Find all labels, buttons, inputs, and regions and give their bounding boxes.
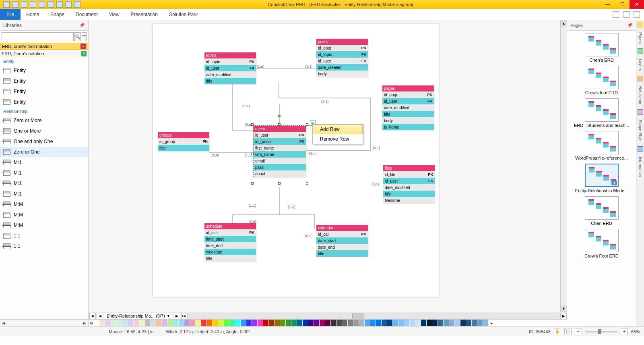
entity-row[interactable]: date_modified [383, 184, 435, 191]
color-swatch[interactable] [342, 320, 348, 326]
color-swatch[interactable] [353, 320, 359, 326]
color-swatch[interactable] [410, 320, 415, 326]
entity-row[interactable]: date_modified [204, 71, 256, 78]
entity-row[interactable]: date_end [316, 244, 368, 250]
library-relationship-item[interactable]: M:1 [0, 157, 88, 168]
entity-row[interactable]: id_postPK [316, 45, 368, 51]
entity-row[interactable]: id_userFK [383, 178, 435, 184]
entity-row[interactable]: weekday [204, 249, 256, 255]
color-swatch[interactable] [387, 320, 393, 326]
color-swatch[interactable] [235, 320, 241, 326]
minimize-button[interactable]: — [601, 0, 615, 9]
entity-row[interactable]: body [382, 117, 434, 124]
page-prev-button[interactable]: ◀ [97, 313, 103, 319]
open-library-chen[interactable]: ERD, Chen's notation × [0, 50, 88, 57]
entity-row[interactable]: id_schPK [204, 229, 256, 236]
tab-view[interactable]: View [103, 12, 125, 17]
color-swatch[interactable] [444, 320, 449, 326]
color-swatch[interactable] [303, 320, 308, 326]
qat-redo-icon[interactable] [39, 1, 45, 8]
color-swatch[interactable] [483, 320, 489, 326]
color-swatch[interactable] [167, 320, 173, 326]
qat-save-icon[interactable] [3, 1, 10, 8]
qat-page-icon[interactable] [65, 1, 72, 8]
color-swatch[interactable] [173, 320, 179, 326]
page-thumbnail[interactable]: Crow's foot ERD [570, 66, 634, 95]
zoom-in-button[interactable]: + [621, 328, 628, 335]
color-swatch[interactable] [151, 320, 156, 326]
color-swatch[interactable] [466, 320, 472, 326]
scroll-down-icon[interactable]: ▼ [561, 306, 567, 312]
library-relationship-item[interactable]: Zero or One [0, 147, 88, 157]
color-swatch[interactable] [336, 320, 342, 326]
library-relationship-item[interactable]: Zero or More [0, 115, 88, 126]
tab-shape[interactable]: Shape [45, 12, 70, 17]
library-relationship-item[interactable]: M:1 [0, 178, 88, 189]
tab-solution-park[interactable]: Solution Park [163, 12, 203, 17]
entity-row[interactable]: title [204, 78, 256, 84]
color-swatch[interactable] [190, 320, 196, 326]
color-swatch[interactable] [472, 320, 477, 326]
menu-add-row[interactable]: Add Row [313, 125, 363, 134]
page-thumbnail[interactable]: Crow's Foot ERD [570, 229, 634, 258]
library-entity-item[interactable]: Entity [0, 76, 88, 86]
entity-row[interactable]: time_end [204, 242, 256, 249]
library-entity-item[interactable]: Entity [0, 65, 88, 76]
color-swatch[interactable] [382, 320, 387, 326]
color-swatch[interactable] [297, 320, 303, 326]
scroll-track[interactable] [7, 320, 81, 326]
pin-icon[interactable]: 📌 [79, 23, 85, 28]
color-swatch[interactable] [438, 320, 444, 326]
sidetab-behaviour[interactable]: Behaviour [638, 84, 642, 107]
thumb-dropdown-icon[interactable]: ▼ [612, 181, 617, 185]
open-library-crowsfoot[interactable]: ERD, crow's foot notation × [0, 43, 88, 50]
color-swatch[interactable] [105, 320, 111, 326]
library-relationship-item[interactable]: One and only One [0, 136, 88, 147]
sidetab-pages[interactable]: Pages [638, 30, 642, 46]
qat-new-icon[interactable] [12, 1, 19, 8]
color-swatch[interactable] [252, 320, 258, 326]
color-swatch[interactable] [184, 320, 190, 326]
maximize-button[interactable]: ☐ [615, 0, 630, 9]
entity-row[interactable]: id_calPK [316, 231, 368, 237]
color-swatch[interactable] [421, 320, 427, 326]
color-swatch[interactable] [224, 320, 229, 326]
entity-topics[interactable]: topicsid_topicPKid_userFKdate_modifiedti… [204, 52, 256, 84]
sidetab-layers-icon[interactable] [638, 48, 643, 54]
page-next-button[interactable]: ▶ [174, 313, 180, 319]
library-relationship-item[interactable]: M:M [0, 210, 88, 220]
sidetab-layers[interactable]: Layers [638, 56, 642, 73]
entity-row[interactable]: id_pagePK [382, 91, 434, 98]
qat-export-icon[interactable] [56, 1, 63, 8]
qat-save2-icon[interactable] [74, 1, 80, 8]
color-swatch[interactable] [122, 320, 128, 326]
library-hscroll[interactable]: ◀ ▶ [0, 319, 88, 326]
entity-row[interactable]: title [158, 145, 209, 151]
scroll-up-icon[interactable]: ▲ [561, 20, 567, 27]
entity-row[interactable]: body [316, 71, 368, 77]
tab-presentation[interactable]: Presentation [125, 12, 163, 17]
color-swatch[interactable] [258, 320, 263, 326]
file-menu[interactable]: File [0, 9, 21, 20]
library-entity-item[interactable]: Entity [0, 86, 88, 97]
color-swatch[interactable] [179, 320, 184, 326]
entity-calendar[interactable]: calendarid_calPKdate_startdate_endtitle [316, 225, 368, 257]
zoom-out-button[interactable]: − [575, 328, 582, 335]
color-swatch[interactable] [370, 320, 376, 326]
color-swatch[interactable] [156, 320, 162, 326]
page-thumbnail[interactable]: ▼Entity-Relationship Mode... [570, 164, 634, 193]
color-swatch[interactable] [314, 320, 320, 326]
sidetab-shapestyle-icon[interactable] [638, 109, 643, 115]
color-swatch[interactable] [393, 320, 398, 326]
color-swatch[interactable] [218, 320, 224, 326]
canvas-hscroll[interactable] [189, 313, 559, 319]
color-swatch[interactable] [348, 320, 353, 326]
library-entity-item[interactable]: Entity [0, 97, 88, 107]
entity-pages[interactable]: pagesid_pagePKid_userFKdate_modifiedtitl… [382, 85, 434, 130]
library-relationship-item[interactable]: M:M [0, 220, 88, 231]
sidetab-information[interactable]: Information [638, 154, 642, 179]
color-swatch[interactable] [128, 320, 134, 326]
help-icon[interactable] [623, 11, 630, 18]
entity-row[interactable]: id_userFK [382, 98, 434, 104]
color-swatch[interactable] [100, 320, 105, 326]
